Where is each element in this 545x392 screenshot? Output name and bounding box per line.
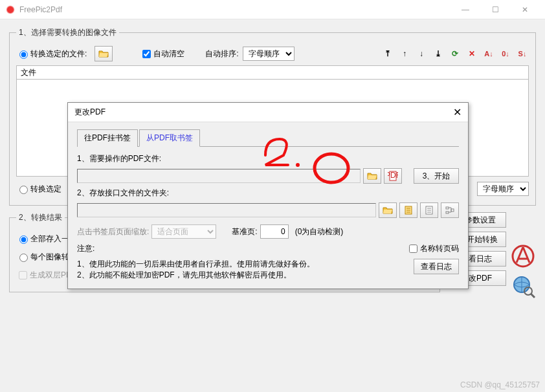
close-button[interactable]: ✕ <box>510 0 540 19</box>
auto-sort-label: 自动排序: <box>205 49 238 60</box>
open-tree-button[interactable] <box>441 202 459 218</box>
tab-attach-bookmark[interactable]: 往PDF挂书签 <box>77 129 138 147</box>
maximize-button[interactable]: ☐ <box>480 0 510 19</box>
group2-legend: 2、转换结果 <box>16 212 65 223</box>
output-folder-path-input[interactable] <box>77 203 376 217</box>
folder-sort-select[interactable]: 字母顺序 <box>477 182 529 196</box>
dialog-start-button[interactable]: 3、开始 <box>414 168 459 184</box>
window-title: FreePic2Pdf <box>19 5 450 14</box>
adobe-reader-icon[interactable] <box>510 243 536 269</box>
dialog-view-log-button[interactable]: 查看日志 <box>414 259 459 274</box>
window-titlebar: FreePic2Pdf — ☐ ✕ <box>0 0 545 19</box>
modify-pdf-dialog: 更改PDF ✕ 往PDF挂书签 从PDF取书签 1、需要操作的PDF文件: PD… <box>67 102 469 289</box>
checkbox-name-to-pagecode[interactable]: 名称转页码 <box>406 243 459 255</box>
file-list-header: 文件 <box>16 65 529 80</box>
open-files-button[interactable] <box>95 46 113 61</box>
checkbox-auto-clear[interactable]: 自动清空 <box>140 48 184 60</box>
move-up-icon[interactable]: ↑ <box>398 47 411 60</box>
base-page-input[interactable] <box>260 224 289 239</box>
zoom-mode-select[interactable]: 适合页面 <box>151 224 216 239</box>
radio-convert-folder[interactable]: 转换选定 <box>16 184 61 195</box>
open-list-button[interactable] <box>420 202 438 218</box>
group1-legend: 1、选择需要转换的图像文件 <box>16 27 119 38</box>
note-line2: 2、此功能不能处理加密PDF，请先用其他软件解密后再使用。 <box>77 270 407 281</box>
open-pdf-reader-button[interactable]: PDF <box>384 168 402 184</box>
file-column-header[interactable]: 文件 <box>21 67 36 78</box>
label-pdf-file: 1、需要操作的PDF文件: <box>77 153 459 164</box>
dialog-title: 更改PDF <box>74 107 442 118</box>
move-top-icon[interactable]: ⤒ <box>381 47 394 60</box>
move-bottom-icon[interactable]: ⤓ <box>432 47 445 60</box>
base-page-hint: (0为自动检测) <box>295 226 344 237</box>
svg-rect-18 <box>451 209 454 212</box>
label-output-folder: 2、存放接口文件的文件夹: <box>77 188 459 199</box>
sort-09-icon[interactable]: 0↓ <box>499 47 512 60</box>
radio-all-one-pdf[interactable]: 全部存入一 <box>16 234 69 245</box>
radio-convert-selected[interactable]: 转换选定的文件: <box>16 49 87 60</box>
tab-extract-bookmark[interactable]: 从PDF取书签 <box>139 129 200 147</box>
list-toolbar: ⤒ ↑ ↓ ⤓ ⟳ ✕ A↓ 0↓ S↓ <box>381 47 529 60</box>
svg-line-5 <box>531 294 535 298</box>
globe-search-icon[interactable] <box>510 273 536 299</box>
svg-rect-17 <box>446 212 449 213</box>
move-down-icon[interactable]: ↓ <box>415 47 428 60</box>
dialog-titlebar: 更改PDF ✕ <box>68 103 468 122</box>
browse-output-folder-button[interactable] <box>379 202 397 218</box>
refresh-icon[interactable]: ⟳ <box>449 47 462 60</box>
zoom-after-bookmark-label: 点击书签后页面缩放: <box>77 226 149 237</box>
open-notes-button[interactable] <box>399 202 417 218</box>
sort-az-icon[interactable]: A↓ <box>482 47 495 60</box>
svg-text:PDF: PDF <box>388 171 398 180</box>
note-line1: 1、使用此功能的一切后果由使用者自行承担。使用前请先做好备份。 <box>77 259 407 270</box>
svg-rect-16 <box>446 207 449 209</box>
base-page-label: 基准页: <box>232 226 257 237</box>
browse-pdf-button[interactable] <box>363 168 381 184</box>
auto-sort-select[interactable]: 字母顺序 <box>243 47 295 61</box>
minimize-button[interactable]: — <box>450 0 480 19</box>
delete-icon[interactable]: ✕ <box>465 47 478 60</box>
dialog-tabs: 往PDF挂书签 从PDF取书签 <box>77 129 459 147</box>
watermark: CSDN @qq_45125757 <box>460 380 540 389</box>
sort-size-icon[interactable]: S↓ <box>516 47 529 60</box>
pdf-file-path-input[interactable] <box>77 169 361 183</box>
note-label: 注意: <box>77 243 95 254</box>
dialog-close-button[interactable]: ✕ <box>442 106 462 118</box>
app-icon <box>5 5 16 15</box>
